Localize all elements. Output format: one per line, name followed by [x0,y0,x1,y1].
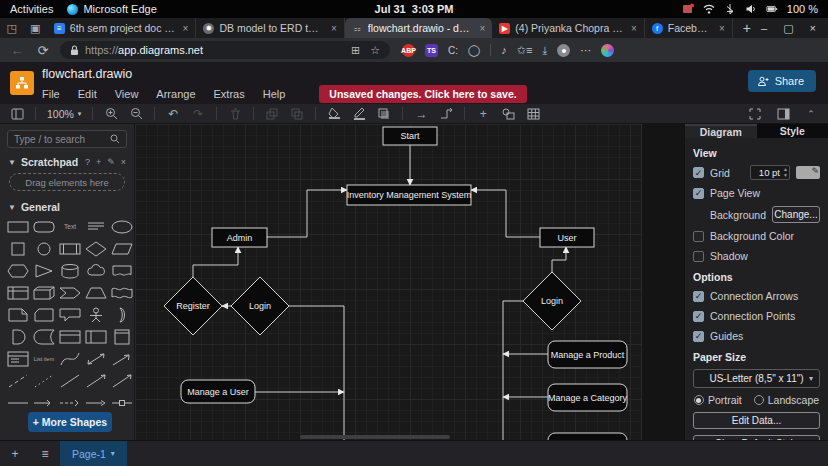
shape-curve-icon[interactable] [57,349,83,369]
copilot-icon[interactable] [601,44,614,57]
tab-youtube[interactable]: ▶ (4) Priyanka Chopra - In × [492,18,644,38]
shape-open-arrow-connector-icon[interactable] [83,393,109,413]
to-front-icon[interactable] [265,106,279,122]
page-tab[interactable]: Page-1 ▾ [60,441,127,466]
downloads-icon[interactable]: ⤓ [542,44,547,57]
menu-arrange[interactable]: Arrange [156,88,195,100]
tab-facebook[interactable]: f Facebook × [645,18,733,38]
node-manage-category[interactable]: Manage a Category [548,384,628,411]
scratchpad-help-icon[interactable]: ? [85,157,90,167]
tab-style[interactable]: Style [757,124,828,138]
window-close-button[interactable]: × [810,22,816,35]
redo-icon[interactable]: ↷ [191,106,205,122]
more-shapes-button[interactable]: + More Shapes [28,412,112,432]
shape-ellipse-icon[interactable] [109,217,135,237]
shape-tape-icon[interactable] [109,283,135,303]
menu-edit[interactable]: Edit [78,88,97,100]
shape-dotted-line-icon[interactable] [31,371,57,391]
shape-actor-icon[interactable] [83,305,109,325]
zoom-out-icon[interactable] [129,106,143,122]
scratchpad-section-header[interactable]: ▼ Scratchpad ? + ✎ × [0,152,134,170]
node-login-user[interactable]: Login [523,272,581,330]
edge-admin-to-ims[interactable] [267,190,347,237]
shape-parallelogram-icon[interactable] [109,239,135,259]
shape-vertical-container-icon[interactable] [109,327,135,347]
profile-avatar[interactable]: ☻ [557,44,570,57]
scratchpad-edit-icon[interactable]: ✎ [107,157,115,167]
node-start[interactable]: Start [383,127,437,145]
shape-list-icon[interactable] [5,349,31,369]
shape-cube-icon[interactable] [31,283,57,303]
landscape-radio[interactable]: Landscape [754,394,819,406]
table-icon[interactable] [526,106,540,122]
shape-or-icon[interactable] [109,305,135,325]
tab-db-model[interactable]: ✸ DB model to ERD tools × [196,18,344,38]
undo-icon[interactable]: ↶ [166,106,180,122]
zoom-in-icon[interactable] [104,106,118,122]
edge-user-to-ims[interactable] [471,190,540,237]
node-partial-node[interactable] [548,433,627,440]
menu-extras[interactable]: Extras [214,88,245,100]
more-menu-icon[interactable]: ⋯ [580,44,591,57]
ts-extension-icon[interactable]: TS [425,44,438,57]
edge-register-to-admin[interactable] [193,247,238,277]
shape-link-icon[interactable] [5,393,31,413]
shadow-icon[interactable] [377,106,391,122]
node-login-admin[interactable]: Login [231,277,289,335]
waypoints-icon[interactable] [439,106,453,122]
shape-text-icon[interactable]: Text [57,217,83,237]
refresh-button[interactable]: ⟳ [34,43,52,58]
scratchpad-dropzone[interactable]: Drag elements here [9,173,125,191]
shape-trapezoid-icon[interactable] [83,283,109,303]
node-manage-user[interactable]: Manage a User [181,380,255,403]
shape-and-icon[interactable] [5,327,31,347]
menu-file[interactable]: File [42,88,60,100]
page-view-checkbox[interactable]: ✓ [693,188,704,199]
shape-hexagon-icon[interactable] [5,261,31,281]
search-input[interactable] [14,134,106,145]
clock[interactable]: Jul 31 3:03 PM [280,3,548,15]
shape-cylinder-icon[interactable] [57,261,83,281]
scratchpad-close-icon[interactable]: × [121,157,126,167]
shape-rounded-rectangle-icon[interactable] [31,217,57,237]
collections-icon[interactable]: ✩≡ [517,44,533,57]
shape-picker-icon[interactable] [501,106,515,122]
paper-size-select[interactable]: US-Letter (8,5" x 11") ▾ [693,369,820,388]
shape-list-item-icon[interactable]: List item [31,349,57,369]
shape-process-icon[interactable] [57,239,83,259]
back-button[interactable]: ← [8,43,26,58]
workspaces-icon[interactable]: ◳ [0,22,23,35]
shape-note-icon[interactable] [5,305,31,325]
shadow-checkbox[interactable] [693,251,704,262]
add-page-icon[interactable]: + [0,447,30,461]
shape-circle-icon[interactable] [31,239,57,259]
tab-close-icon[interactable]: × [717,23,725,34]
shape-dashed-line-icon[interactable] [5,371,31,391]
insert-icon[interactable]: + [476,106,490,122]
shape-rectangle-icon[interactable] [5,217,31,237]
window-maximize-button[interactable]: ▢ [783,22,793,35]
horizontal-scrollbar[interactable] [300,435,450,439]
volume-icon[interactable] [745,3,757,15]
fullscreen-icon[interactable] [748,106,762,122]
adblock-extension-icon[interactable]: ABP [402,44,415,57]
grid-color-swatch[interactable]: ✎ [796,166,820,179]
tab-flowchart-drawio[interactable]: ⚏ flowchart.drawio - draw × [345,18,492,38]
app-indicator-icon[interactable] [682,3,694,15]
shape-document-icon[interactable] [109,261,135,281]
scratchpad-add-icon[interactable]: + [96,157,101,167]
general-section-header[interactable]: ▼ General [0,197,134,215]
shape-cloud-icon[interactable] [83,261,109,281]
grid-checkbox[interactable]: ✓ [693,167,704,178]
background-color-checkbox[interactable] [693,231,704,242]
extension-puzzle-icon[interactable]: ◯ [468,44,480,57]
tab-google-docs[interactable]: ≡ 6th sem project doc - G × [47,18,197,38]
shape-line-arrow-icon[interactable] [83,371,109,391]
url-input[interactable]: https://app.diagrams.net ⊞ ☆ [60,41,390,59]
tab-diagram[interactable]: Diagram [685,124,757,138]
shape-square-icon[interactable] [5,239,31,259]
shape-container-2-icon[interactable] [83,327,109,347]
menu-help[interactable]: Help [263,88,286,100]
battery-icon[interactable] [766,3,778,15]
shape-bidirectional-arrow-icon[interactable] [83,349,109,369]
